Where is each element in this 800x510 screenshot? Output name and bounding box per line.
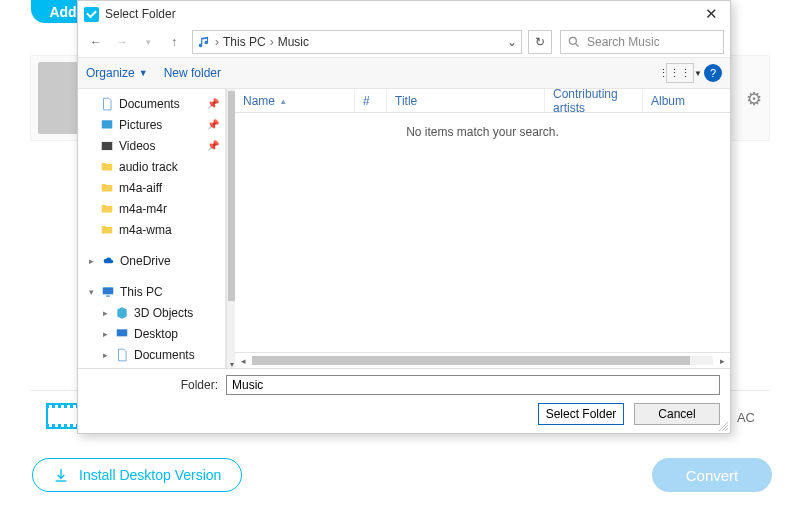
tree-item-onedrive[interactable]: ▸OneDrive bbox=[78, 250, 225, 271]
folder-icon bbox=[100, 202, 114, 216]
nav-forward-button[interactable]: → bbox=[110, 30, 134, 54]
nav-row: ← → ▾ ↑ › This PC › Music ⌄ ↻ bbox=[78, 27, 730, 57]
tree-item-this-pc[interactable]: ▾This PC bbox=[78, 281, 225, 302]
dialog-title: Select Folder bbox=[105, 7, 176, 21]
desktop-icon bbox=[115, 327, 129, 341]
resize-grip[interactable] bbox=[718, 421, 728, 431]
bg-format-label: AC bbox=[737, 410, 755, 425]
tree-item-documents[interactable]: Documents📌 bbox=[78, 93, 225, 114]
tree-item-3d-objects[interactable]: ▸3D Objects bbox=[78, 302, 225, 323]
install-desktop-label: Install Desktop Version bbox=[79, 467, 221, 483]
nav-up-button[interactable]: ↑ bbox=[162, 30, 186, 54]
tree-item-m4a-aiff[interactable]: m4a-aiff bbox=[78, 177, 225, 198]
scroll-thumb[interactable] bbox=[228, 91, 235, 301]
onedrive-icon bbox=[101, 254, 115, 268]
video-format-icon[interactable] bbox=[46, 403, 80, 429]
3d-objects-icon bbox=[115, 306, 129, 320]
document-icon bbox=[115, 348, 129, 362]
col-track-number[interactable]: # bbox=[355, 89, 387, 112]
empty-state-message: No items match your search. bbox=[235, 113, 730, 352]
sort-asc-icon: ▴ bbox=[281, 96, 286, 106]
tree-item-documents-pc[interactable]: ▸Documents bbox=[78, 344, 225, 365]
select-folder-dialog: Select Folder ✕ ← → ▾ ↑ › This PC › Musi… bbox=[77, 0, 731, 434]
tree-item-m4a-m4r[interactable]: m4a-m4r bbox=[78, 198, 225, 219]
expand-icon[interactable]: ▸ bbox=[86, 256, 96, 266]
col-album[interactable]: Album bbox=[643, 89, 730, 112]
view-mode-button[interactable]: ⋮⋮⋮ ▼ bbox=[666, 63, 694, 83]
pin-icon: 📌 bbox=[207, 119, 219, 130]
breadcrumb-current[interactable]: Music bbox=[278, 35, 309, 49]
expand-icon[interactable]: ▸ bbox=[100, 308, 110, 318]
tree-spacer bbox=[78, 240, 225, 250]
scroll-down-icon[interactable]: ▾ bbox=[227, 360, 236, 369]
search-input[interactable] bbox=[587, 35, 717, 49]
col-contributing-artists[interactable]: Contributing artists bbox=[545, 89, 643, 112]
address-dropdown-icon[interactable]: ⌄ bbox=[507, 35, 517, 49]
col-title[interactable]: Title bbox=[387, 89, 545, 112]
expand-icon[interactable]: ▸ bbox=[100, 350, 110, 360]
scroll-right-icon[interactable]: ▸ bbox=[714, 356, 730, 366]
dialog-titlebar: Select Folder ✕ bbox=[78, 1, 730, 27]
column-headers: Name▴ # Title Contributing artists Album bbox=[235, 89, 730, 113]
organize-menu[interactable]: Organize▼ bbox=[86, 66, 148, 80]
new-folder-button[interactable]: New folder bbox=[164, 66, 221, 80]
horizontal-scrollbar[interactable]: ◂ ▸ bbox=[235, 352, 730, 368]
install-desktop-button[interactable]: Install Desktop Version bbox=[32, 458, 242, 492]
folder-tree[interactable]: Documents📌 Pictures📌 Videos📌 audio track… bbox=[78, 89, 226, 368]
document-icon bbox=[100, 97, 114, 111]
svg-rect-1 bbox=[102, 120, 113, 128]
videos-icon bbox=[100, 139, 114, 153]
download-icon bbox=[53, 467, 69, 483]
tree-scrollbar[interactable]: ▴▾ bbox=[226, 89, 235, 368]
pin-icon: 📌 bbox=[207, 98, 219, 109]
chevron-down-icon: ▼ bbox=[139, 68, 148, 78]
scroll-left-icon[interactable]: ◂ bbox=[235, 356, 251, 366]
settings-gear-icon[interactable]: ⚙ bbox=[746, 88, 762, 110]
nav-back-button[interactable]: ← bbox=[84, 30, 108, 54]
chevron-right-icon: › bbox=[215, 35, 219, 49]
tree-spacer bbox=[78, 271, 225, 281]
address-bar[interactable]: › This PC › Music ⌄ bbox=[192, 30, 522, 54]
chevron-right-icon: › bbox=[270, 35, 274, 49]
folder-icon bbox=[100, 223, 114, 237]
pin-icon: 📌 bbox=[207, 140, 219, 151]
select-folder-button[interactable]: Select Folder bbox=[538, 403, 624, 425]
dialog-footer: Folder: Select Folder Cancel bbox=[78, 368, 730, 433]
svg-point-0 bbox=[569, 37, 576, 44]
refresh-button[interactable]: ↻ bbox=[528, 30, 552, 54]
folder-name-input[interactable] bbox=[226, 375, 720, 395]
nav-recent-dropdown[interactable]: ▾ bbox=[136, 30, 160, 54]
col-name[interactable]: Name▴ bbox=[235, 89, 355, 112]
music-icon bbox=[197, 35, 211, 49]
svg-rect-2 bbox=[102, 141, 113, 149]
close-button[interactable]: ✕ bbox=[698, 5, 724, 23]
chevron-down-icon: ▼ bbox=[694, 69, 702, 78]
tree-item-m4a-wma[interactable]: m4a-wma bbox=[78, 219, 225, 240]
breadcrumb-root[interactable]: This PC bbox=[223, 35, 266, 49]
svg-rect-4 bbox=[106, 295, 110, 296]
tree-item-desktop[interactable]: ▸Desktop bbox=[78, 323, 225, 344]
tree-item-audio-track[interactable]: audio track bbox=[78, 156, 225, 177]
search-box[interactable] bbox=[560, 30, 724, 54]
svg-rect-3 bbox=[103, 287, 114, 294]
folder-field-label: Folder: bbox=[88, 378, 218, 392]
folder-icon bbox=[100, 160, 114, 174]
collapse-icon[interactable]: ▾ bbox=[86, 287, 96, 297]
folder-icon bbox=[100, 181, 114, 195]
hscroll-thumb[interactable] bbox=[252, 356, 690, 365]
help-button[interactable]: ? bbox=[704, 64, 722, 82]
file-list-pane: Name▴ # Title Contributing artists Album… bbox=[235, 89, 730, 368]
app-icon bbox=[84, 7, 99, 22]
cancel-button[interactable]: Cancel bbox=[634, 403, 720, 425]
svg-rect-5 bbox=[117, 329, 128, 336]
search-icon bbox=[567, 35, 581, 49]
pc-icon bbox=[101, 285, 115, 299]
tree-item-pictures[interactable]: Pictures📌 bbox=[78, 114, 225, 135]
toolbar: Organize▼ New folder ⋮⋮⋮ ▼ ? bbox=[78, 57, 730, 89]
expand-icon[interactable]: ▸ bbox=[100, 329, 110, 339]
convert-button[interactable]: Convert bbox=[652, 458, 772, 492]
pictures-icon bbox=[100, 118, 114, 132]
tree-item-videos[interactable]: Videos📌 bbox=[78, 135, 225, 156]
